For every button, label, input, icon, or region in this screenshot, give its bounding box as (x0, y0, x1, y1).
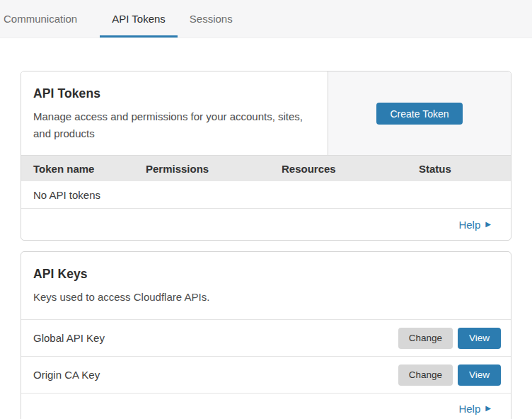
tokens-empty-row: No API tokens (21, 181, 511, 209)
api-keys-footer: Help ▶ (21, 394, 511, 419)
help-arrow-icon: ▶ (485, 405, 491, 412)
api-keys-title: API Keys (33, 267, 499, 282)
change-origin-ca-key-button[interactable]: Change (398, 365, 453, 386)
key-actions: Change View (398, 365, 501, 386)
api-tokens-subtitle: Manage access and permissions for your a… (33, 108, 316, 142)
api-keys-card: API Keys Keys used to access Cloudflare … (21, 251, 511, 419)
help-link-label: Help (458, 403, 480, 415)
tab-bar: Communication API Tokens Sessions (0, 0, 532, 38)
column-header-token-name: Token name (33, 163, 146, 175)
api-tokens-action-panel: Create Token (328, 71, 511, 155)
key-row-origin-ca-key: Origin CA Key Change View (21, 357, 511, 394)
view-origin-ca-key-button[interactable]: View (458, 365, 501, 386)
change-global-api-key-button[interactable]: Change (398, 328, 453, 349)
tokens-empty-message: No API tokens (33, 189, 100, 201)
key-name: Origin CA Key (33, 369, 100, 381)
column-header-resources: Resources (282, 163, 419, 175)
tab-communication[interactable]: Communication (0, 0, 88, 38)
api-keys-help-link[interactable]: Help ▶ (458, 403, 491, 415)
key-actions: Change View (398, 328, 501, 349)
api-tokens-card-header: API Tokens Manage access and permissions… (21, 71, 511, 155)
tokens-table-header: Token name Permissions Resources Status (21, 155, 511, 181)
key-name: Global API Key (33, 332, 105, 344)
api-tokens-header-text: API Tokens Manage access and permissions… (21, 71, 328, 155)
help-link-label: Help (458, 219, 480, 231)
help-arrow-icon: ▶ (485, 221, 491, 228)
api-tokens-help-link[interactable]: Help ▶ (458, 219, 491, 231)
api-tokens-card: API Tokens Manage access and permissions… (21, 71, 511, 241)
api-tokens-footer: Help ▶ (21, 209, 511, 240)
main-content: API Tokens Manage access and permissions… (0, 38, 532, 419)
view-global-api-key-button[interactable]: View (458, 328, 501, 349)
api-keys-subtitle: Keys used to access Cloudflare APIs. (33, 289, 316, 306)
key-row-global-api-key: Global API Key Change View (21, 320, 511, 357)
api-tokens-title: API Tokens (33, 86, 316, 101)
api-keys-card-header: API Keys Keys used to access Cloudflare … (21, 252, 511, 320)
create-token-button[interactable]: Create Token (376, 103, 462, 125)
tab-api-tokens[interactable]: API Tokens (100, 0, 178, 38)
column-header-permissions: Permissions (146, 163, 282, 175)
column-header-status: Status (419, 163, 511, 175)
tab-sessions[interactable]: Sessions (178, 0, 245, 38)
